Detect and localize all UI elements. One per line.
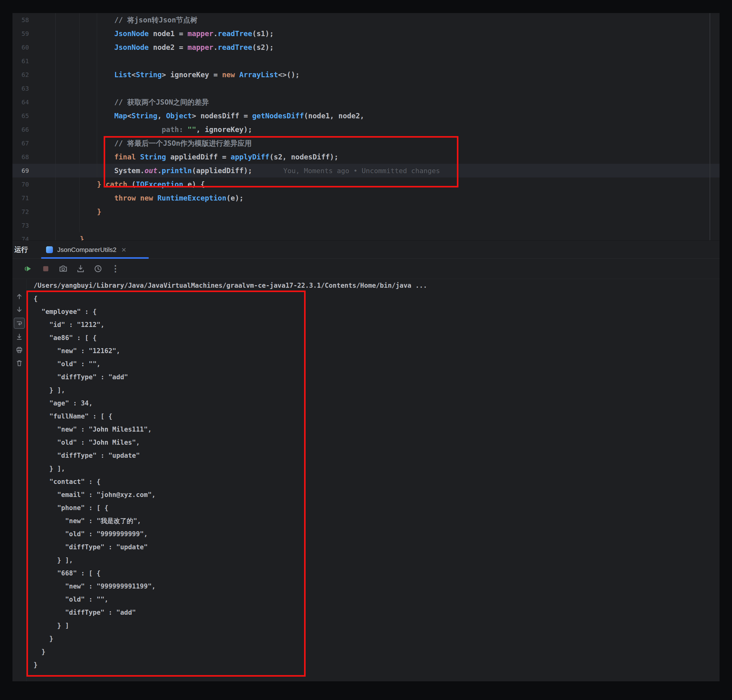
line-number[interactable]: 67 (12, 137, 56, 150)
code-text: // 将json转Json节点树 (56, 13, 720, 27)
more-options-button[interactable]: ⋮ (110, 263, 121, 274)
run-tool-window: 运行 JsonComparerUtils2 × (12, 240, 720, 681)
line-number[interactable]: 64 (12, 95, 56, 109)
stop-button[interactable] (40, 263, 51, 274)
code-line[interactable]: 62 List<String> ignoreKey = new ArrayLis… (12, 68, 720, 82)
run-panel-body: /Users/yangbuyi/Library/Java/JavaVirtual… (12, 279, 720, 681)
line-number[interactable]: 62 (12, 68, 56, 82)
code-line[interactable]: 67 // 将最后一个JSOn作为模版进行差异应用 (12, 137, 720, 150)
run-config-icon (46, 246, 53, 253)
code-line[interactable]: 72 } (12, 205, 720, 219)
console-line: "new" : "999999991199", (34, 580, 720, 593)
print-icon (15, 346, 23, 354)
line-number[interactable]: 71 (12, 191, 56, 205)
console-line: } ], (34, 462, 720, 475)
code-text: JsonNode node2 = mapper.readTree(s2); (56, 40, 720, 54)
code-line[interactable]: 66 path: "", ignoreKey); (12, 123, 720, 137)
screenshot-button[interactable] (58, 263, 69, 274)
code-line[interactable]: 59 JsonNode node1 = mapper.readTree(s1); (12, 27, 720, 40)
code-line[interactable]: 69 System.out.println(appliedDiff);You, … (12, 164, 720, 178)
console-output: { "employee" : { "id" : "1212", "ae86" :… (34, 292, 720, 671)
console-line: } (34, 658, 720, 671)
clock-icon (93, 264, 103, 274)
line-number[interactable]: 74 (12, 232, 56, 240)
print-button[interactable] (14, 345, 24, 355)
line-number[interactable]: 68 (12, 150, 56, 164)
console-line: "old" : "9999999999", (34, 528, 720, 541)
console-line: "old" : "", (34, 357, 720, 371)
code-text: path: "", ignoreKey); (56, 123, 720, 137)
console[interactable]: /Users/yangbuyi/Library/Java/JavaVirtual… (26, 279, 720, 681)
code-line[interactable]: 73 (12, 219, 720, 232)
code-text: final String appliedDiff = applyDiff(s2,… (56, 150, 720, 164)
console-line: } ] (34, 619, 720, 632)
line-number[interactable]: 58 (12, 13, 56, 27)
console-line: "email" : "john@xyz.com", (34, 488, 720, 501)
line-number[interactable]: 72 (12, 205, 56, 219)
console-line: } (34, 632, 720, 645)
line-number[interactable]: 73 (12, 219, 56, 232)
code-line[interactable]: 71 throw new RuntimeException(e); (12, 191, 720, 205)
ide-window: 58 // 将json转Json节点树59 JsonNode node1 = m… (0, 0, 732, 700)
code-line[interactable]: 60 JsonNode node2 = mapper.readTree(s2); (12, 40, 720, 54)
code-editor[interactable]: 58 // 将json转Json节点树59 JsonNode node1 = m… (12, 13, 720, 240)
export-button[interactable] (75, 263, 86, 274)
indent-guide (79, 13, 80, 232)
soft-wrap-button[interactable] (14, 318, 25, 329)
code-line[interactable]: 61 (12, 54, 720, 68)
rerun-button[interactable] (23, 263, 34, 274)
line-number[interactable]: 61 (12, 54, 56, 68)
tab-jsoncomparerutils2[interactable]: JsonComparerUtils2 × (46, 241, 126, 259)
code-text (56, 219, 720, 232)
console-line: "new" : "John Miles111", (34, 423, 720, 436)
console-line: "phone" : [ { (34, 501, 720, 515)
console-line: { (34, 292, 720, 305)
line-number[interactable]: 60 (12, 40, 56, 54)
line-number[interactable]: 59 (12, 27, 56, 40)
code-text: JsonNode node1 = mapper.readTree(s1); (56, 27, 720, 40)
down-arrow-icon (15, 306, 23, 313)
line-number[interactable]: 70 (12, 178, 56, 191)
console-line: "diffType" : "update" (34, 449, 720, 462)
console-line: "age" : 34, (34, 397, 720, 410)
line-number[interactable]: 69 (12, 164, 56, 178)
code-line[interactable]: 70 } catch (IOException e) { (12, 178, 720, 191)
code-line[interactable]: 63 (12, 82, 720, 95)
camera-icon (59, 264, 68, 274)
console-line: "old" : "John Miles", (34, 436, 720, 449)
line-number[interactable]: 63 (12, 82, 56, 95)
soft-wrap-icon (16, 319, 23, 327)
line-number[interactable]: 66 (12, 123, 56, 137)
line-number[interactable]: 65 (12, 109, 56, 123)
console-line: } (34, 645, 720, 658)
run-panel-header: 运行 JsonComparerUtils2 × (12, 241, 720, 259)
console-line: "diffType" : "update" (34, 541, 720, 554)
code-line[interactable]: 65 Map<String, Object> nodesDiff = getNo… (12, 109, 720, 123)
tab-label: JsonComparerUtils2 (57, 246, 116, 253)
more-options-icon: ⋮ (111, 265, 120, 273)
console-line: } ], (34, 384, 720, 397)
code-text: // 获取两个JSON之间的差异 (56, 95, 720, 109)
console-line: } ], (34, 554, 720, 567)
code-line[interactable]: 68 final String appliedDiff = applyDiff(… (12, 150, 720, 164)
scroll-down-button[interactable] (14, 304, 24, 315)
code-text: Map<String, Object> nodesDiff = getNodes… (56, 109, 720, 123)
code-line[interactable]: 64 // 获取两个JSON之间的差异 (12, 95, 720, 109)
run-toolbar: ⋮ (12, 259, 720, 279)
code-lines: 58 // 将json转Json节点树59 JsonNode node1 = m… (12, 13, 720, 240)
code-text (56, 82, 720, 95)
editor-scrollbar[interactable] (710, 13, 710, 240)
scroll-to-end-button[interactable] (14, 332, 24, 342)
run-panel-title: 运行 (14, 245, 28, 254)
code-line[interactable]: 58 // 将json转Json节点树 (12, 13, 720, 27)
console-line: "id" : "1212", (34, 318, 720, 331)
code-text: // 将最后一个JSOn作为模版进行差异应用 (56, 137, 720, 150)
clear-console-button[interactable] (14, 358, 24, 368)
code-line[interactable]: 74 } (12, 232, 720, 240)
trash-icon (15, 359, 23, 367)
history-button[interactable] (93, 263, 103, 274)
code-text: } catch (IOException e) { (56, 178, 720, 191)
rerun-icon (23, 264, 33, 274)
close-tab-icon[interactable]: × (121, 246, 126, 254)
scroll-up-button[interactable] (14, 291, 24, 301)
